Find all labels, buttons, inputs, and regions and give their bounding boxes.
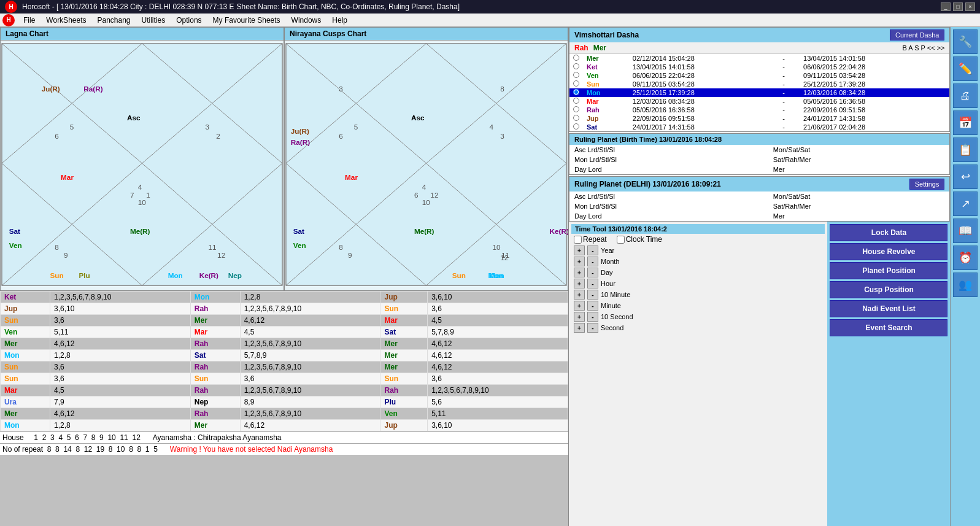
edit-icon[interactable]: ✏️ bbox=[953, 56, 978, 81]
10sec-plus-button[interactable]: + bbox=[574, 312, 585, 322]
svg-text:Ju(R): Ju(R) bbox=[291, 127, 309, 135]
dasha-radio[interactable] bbox=[573, 98, 579, 104]
svg-text:6: 6 bbox=[414, 191, 419, 199]
dasha-radio[interactable] bbox=[573, 55, 579, 61]
planet-cell: Sun bbox=[1, 373, 50, 385]
minute-plus-button[interactable]: + bbox=[574, 301, 585, 311]
dasha-radio[interactable] bbox=[573, 72, 579, 78]
svg-text:10: 10 bbox=[422, 198, 431, 206]
month-minus-button[interactable]: - bbox=[587, 257, 598, 266]
nirayana-chart: Nirayana Cusps Chart bbox=[284, 27, 568, 291]
dasha-radio[interactable] bbox=[573, 123, 579, 130]
menu-panchang[interactable]: Panchang bbox=[92, 15, 135, 26]
dasha-sep: - bbox=[779, 54, 800, 63]
repeat-checkbox-label[interactable]: Repeat bbox=[574, 235, 607, 244]
svg-text:Ra(R): Ra(R) bbox=[83, 85, 102, 93]
dasha-end: 22/09/2016 09:51:58 bbox=[800, 106, 949, 114]
10min-label: 10 Minute bbox=[601, 291, 644, 298]
dasha-start: 24/01/2017 14:31:58 bbox=[629, 123, 779, 131]
menu-windows[interactable]: Windows bbox=[287, 15, 326, 26]
planet-position-button[interactable]: Planet Position bbox=[830, 262, 947, 279]
time-row-month: + - Month bbox=[571, 256, 825, 267]
svg-text:3: 3 bbox=[205, 123, 209, 131]
second-plus-button[interactable]: + bbox=[574, 323, 585, 333]
dasha-table: Mer 02/12/2014 15:04:28 - 13/04/2015 14:… bbox=[569, 54, 950, 131]
dasha-radio[interactable] bbox=[573, 63, 579, 69]
hour-plus-button[interactable]: + bbox=[574, 279, 585, 288]
sheet-name: Sheet Name: Birth Chart, NBC, Co-Ordinat… bbox=[237, 2, 460, 11]
menu-options[interactable]: Options bbox=[171, 15, 206, 26]
app-logo: H bbox=[2, 14, 15, 26]
dasha-radio[interactable] bbox=[573, 115, 579, 121]
svg-text:5: 5 bbox=[70, 123, 74, 131]
people-icon[interactable]: 👥 bbox=[953, 273, 978, 297]
nadi-event-list-button[interactable]: Nadi Event List bbox=[830, 300, 947, 317]
menu-help[interactable]: Help bbox=[327, 15, 352, 26]
menu-favourite[interactable]: My Favourite Sheets bbox=[208, 15, 285, 26]
10min-plus-button[interactable]: + bbox=[574, 290, 585, 300]
clock-time-checkbox-label[interactable]: Clock Time bbox=[617, 235, 662, 244]
menu-utilities[interactable]: Utilities bbox=[137, 15, 171, 26]
menu-worksheets[interactable]: WorkSheets bbox=[41, 15, 91, 26]
svg-text:8: 8 bbox=[500, 85, 504, 93]
clock-icon[interactable]: ⏰ bbox=[953, 246, 978, 270]
back-icon[interactable]: ↩ bbox=[953, 164, 978, 189]
dasha-planet: Ket bbox=[583, 63, 629, 71]
houses-cell: 4,5 bbox=[428, 315, 568, 327]
table-row: Ven5,11 Mar4,5 Sat5,7,8,9 bbox=[1, 327, 568, 338]
action-buttons-panel: Lock Data House Revolve Planet Position … bbox=[827, 222, 950, 526]
minute-minus-button[interactable]: - bbox=[587, 301, 598, 311]
print-icon[interactable]: 🖨 bbox=[953, 83, 978, 108]
time-tool-header: Time Tool 13/01/2016 18:04:2 bbox=[571, 224, 825, 234]
svg-text:Ke(R): Ke(R) bbox=[199, 271, 218, 279]
cusp-position-button[interactable]: Cusp Position bbox=[830, 281, 947, 298]
clock-time-checkbox[interactable] bbox=[617, 236, 625, 244]
dasha-radio[interactable] bbox=[573, 80, 579, 87]
share-icon[interactable]: ↗ bbox=[953, 191, 978, 216]
lock-data-button[interactable]: Lock Data bbox=[830, 224, 947, 241]
year-minus-button[interactable]: - bbox=[587, 246, 598, 255]
10min-minus-button[interactable]: - bbox=[587, 290, 598, 300]
time-tool-checkboxes: Repeat Clock Time bbox=[571, 234, 825, 245]
houses-cell: 1,2,3,5,6,7,8,9,10 bbox=[240, 362, 380, 373]
day-minus-button[interactable]: - bbox=[587, 268, 598, 277]
10sec-minus-button[interactable]: - bbox=[587, 312, 598, 322]
houses-cell: 5,11 bbox=[50, 327, 190, 338]
close-button[interactable]: × bbox=[965, 2, 975, 11]
svg-text:Mon: Mon bbox=[488, 271, 503, 279]
houses-cell: 5,7,8,9 bbox=[240, 350, 380, 362]
hour-minus-button[interactable]: - bbox=[587, 279, 598, 288]
settings-button[interactable]: Settings bbox=[909, 179, 945, 190]
house-revolve-button[interactable]: House Revolve bbox=[830, 243, 947, 260]
ruling-planet-birth-table: Asc Lrd/Stl/Sl Mon/Sat/Sat Mon Lrd/Stl/S… bbox=[569, 145, 950, 174]
book-icon[interactable]: 📖 bbox=[953, 219, 978, 243]
dasha-end: 05/05/2016 16:36:58 bbox=[800, 97, 949, 106]
day-plus-button[interactable]: + bbox=[574, 268, 585, 277]
dasha-start: 09/11/2015 03:54:28 bbox=[629, 80, 779, 88]
tools-icon[interactable]: 🔧 bbox=[953, 29, 978, 54]
maximize-button[interactable]: □ bbox=[953, 2, 963, 11]
second-minus-button[interactable]: - bbox=[587, 323, 598, 333]
month-plus-button[interactable]: + bbox=[574, 257, 585, 266]
event-search-button[interactable]: Event Search bbox=[830, 319, 947, 336]
time-row-hour: + - Hour bbox=[571, 278, 825, 289]
warning-label: Warning ! You have not selected Nadi Aya… bbox=[170, 445, 333, 454]
calendar-icon[interactable]: 📅 bbox=[953, 110, 978, 135]
repeat-checkbox[interactable] bbox=[574, 236, 582, 244]
ruling-label: Mon Lrd/Stl/Sl bbox=[569, 155, 768, 164]
planet-cell: Plu bbox=[380, 396, 428, 408]
planet-cell: Rah bbox=[190, 408, 240, 420]
houses-cell: 1,2,3,5,6,7,8,9,10 bbox=[240, 408, 380, 420]
dasha-radio[interactable] bbox=[573, 89, 579, 95]
minimize-button[interactable]: _ bbox=[941, 2, 951, 11]
table-row: Ura7,9 Nep8,9 Plu5,6 bbox=[1, 396, 568, 408]
ruling-value: Sat/Rah/Mer bbox=[768, 155, 950, 164]
current-dasha-button[interactable]: Current Dasha bbox=[890, 29, 945, 41]
notes-icon[interactable]: 📋 bbox=[953, 137, 978, 162]
dasha-start: 02/12/2014 15:04:28 bbox=[629, 54, 779, 63]
menu-file[interactable]: File bbox=[18, 15, 40, 26]
ruling-row: Mon Lrd/Stl/Sl Sat/Rah/Mer bbox=[569, 201, 950, 211]
ruling-value: Mer bbox=[768, 164, 950, 174]
year-plus-button[interactable]: + bbox=[574, 246, 585, 255]
dasha-radio[interactable] bbox=[573, 106, 579, 112]
